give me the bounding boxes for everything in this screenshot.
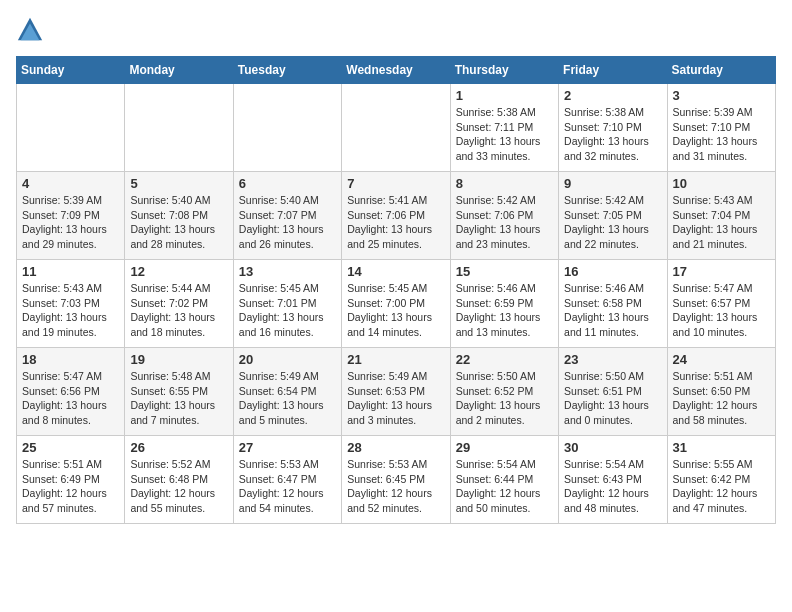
day-number: 26 <box>130 440 227 455</box>
day-info: Sunrise: 5:46 AM Sunset: 6:58 PM Dayligh… <box>564 281 661 340</box>
day-info: Sunrise: 5:51 AM Sunset: 6:50 PM Dayligh… <box>673 369 770 428</box>
calendar-cell: 23Sunrise: 5:50 AM Sunset: 6:51 PM Dayli… <box>559 348 667 436</box>
calendar-cell: 18Sunrise: 5:47 AM Sunset: 6:56 PM Dayli… <box>17 348 125 436</box>
day-number: 16 <box>564 264 661 279</box>
day-number: 14 <box>347 264 444 279</box>
day-header-tuesday: Tuesday <box>233 57 341 84</box>
calendar-table: SundayMondayTuesdayWednesdayThursdayFrid… <box>16 56 776 524</box>
day-number: 15 <box>456 264 553 279</box>
calendar-cell: 24Sunrise: 5:51 AM Sunset: 6:50 PM Dayli… <box>667 348 775 436</box>
page-header <box>16 16 776 44</box>
day-number: 9 <box>564 176 661 191</box>
calendar-cell <box>342 84 450 172</box>
calendar-cell: 31Sunrise: 5:55 AM Sunset: 6:42 PM Dayli… <box>667 436 775 524</box>
day-number: 20 <box>239 352 336 367</box>
day-number: 3 <box>673 88 770 103</box>
calendar-cell: 25Sunrise: 5:51 AM Sunset: 6:49 PM Dayli… <box>17 436 125 524</box>
day-number: 17 <box>673 264 770 279</box>
calendar-cell: 12Sunrise: 5:44 AM Sunset: 7:02 PM Dayli… <box>125 260 233 348</box>
day-info: Sunrise: 5:54 AM Sunset: 6:44 PM Dayligh… <box>456 457 553 516</box>
calendar-cell: 27Sunrise: 5:53 AM Sunset: 6:47 PM Dayli… <box>233 436 341 524</box>
day-header-friday: Friday <box>559 57 667 84</box>
calendar-cell <box>233 84 341 172</box>
calendar-cell: 13Sunrise: 5:45 AM Sunset: 7:01 PM Dayli… <box>233 260 341 348</box>
day-info: Sunrise: 5:54 AM Sunset: 6:43 PM Dayligh… <box>564 457 661 516</box>
day-info: Sunrise: 5:43 AM Sunset: 7:03 PM Dayligh… <box>22 281 119 340</box>
day-info: Sunrise: 5:42 AM Sunset: 7:05 PM Dayligh… <box>564 193 661 252</box>
day-info: Sunrise: 5:50 AM Sunset: 6:51 PM Dayligh… <box>564 369 661 428</box>
calendar-week-row: 18Sunrise: 5:47 AM Sunset: 6:56 PM Dayli… <box>17 348 776 436</box>
day-info: Sunrise: 5:44 AM Sunset: 7:02 PM Dayligh… <box>130 281 227 340</box>
day-number: 22 <box>456 352 553 367</box>
day-number: 29 <box>456 440 553 455</box>
calendar-cell: 14Sunrise: 5:45 AM Sunset: 7:00 PM Dayli… <box>342 260 450 348</box>
day-number: 12 <box>130 264 227 279</box>
calendar-cell: 15Sunrise: 5:46 AM Sunset: 6:59 PM Dayli… <box>450 260 558 348</box>
calendar-cell: 30Sunrise: 5:54 AM Sunset: 6:43 PM Dayli… <box>559 436 667 524</box>
day-number: 31 <box>673 440 770 455</box>
calendar-week-row: 1Sunrise: 5:38 AM Sunset: 7:11 PM Daylig… <box>17 84 776 172</box>
day-number: 28 <box>347 440 444 455</box>
day-info: Sunrise: 5:51 AM Sunset: 6:49 PM Dayligh… <box>22 457 119 516</box>
day-info: Sunrise: 5:42 AM Sunset: 7:06 PM Dayligh… <box>456 193 553 252</box>
day-info: Sunrise: 5:53 AM Sunset: 6:47 PM Dayligh… <box>239 457 336 516</box>
day-info: Sunrise: 5:40 AM Sunset: 7:08 PM Dayligh… <box>130 193 227 252</box>
day-info: Sunrise: 5:45 AM Sunset: 7:00 PM Dayligh… <box>347 281 444 340</box>
day-number: 4 <box>22 176 119 191</box>
calendar-cell: 10Sunrise: 5:43 AM Sunset: 7:04 PM Dayli… <box>667 172 775 260</box>
day-number: 8 <box>456 176 553 191</box>
day-info: Sunrise: 5:39 AM Sunset: 7:09 PM Dayligh… <box>22 193 119 252</box>
logo <box>16 16 48 44</box>
calendar-cell: 2Sunrise: 5:38 AM Sunset: 7:10 PM Daylig… <box>559 84 667 172</box>
calendar-cell: 28Sunrise: 5:53 AM Sunset: 6:45 PM Dayli… <box>342 436 450 524</box>
day-number: 23 <box>564 352 661 367</box>
calendar-cell <box>17 84 125 172</box>
calendar-cell: 21Sunrise: 5:49 AM Sunset: 6:53 PM Dayli… <box>342 348 450 436</box>
day-header-thursday: Thursday <box>450 57 558 84</box>
calendar-cell: 6Sunrise: 5:40 AM Sunset: 7:07 PM Daylig… <box>233 172 341 260</box>
day-header-sunday: Sunday <box>17 57 125 84</box>
day-info: Sunrise: 5:40 AM Sunset: 7:07 PM Dayligh… <box>239 193 336 252</box>
day-info: Sunrise: 5:38 AM Sunset: 7:10 PM Dayligh… <box>564 105 661 164</box>
day-info: Sunrise: 5:50 AM Sunset: 6:52 PM Dayligh… <box>456 369 553 428</box>
day-info: Sunrise: 5:52 AM Sunset: 6:48 PM Dayligh… <box>130 457 227 516</box>
calendar-cell: 7Sunrise: 5:41 AM Sunset: 7:06 PM Daylig… <box>342 172 450 260</box>
calendar-cell: 29Sunrise: 5:54 AM Sunset: 6:44 PM Dayli… <box>450 436 558 524</box>
day-info: Sunrise: 5:46 AM Sunset: 6:59 PM Dayligh… <box>456 281 553 340</box>
day-number: 6 <box>239 176 336 191</box>
calendar-cell: 22Sunrise: 5:50 AM Sunset: 6:52 PM Dayli… <box>450 348 558 436</box>
day-number: 2 <box>564 88 661 103</box>
calendar-cell: 26Sunrise: 5:52 AM Sunset: 6:48 PM Dayli… <box>125 436 233 524</box>
day-info: Sunrise: 5:48 AM Sunset: 6:55 PM Dayligh… <box>130 369 227 428</box>
day-number: 13 <box>239 264 336 279</box>
day-number: 11 <box>22 264 119 279</box>
day-number: 19 <box>130 352 227 367</box>
day-number: 30 <box>564 440 661 455</box>
day-number: 27 <box>239 440 336 455</box>
calendar-header-row: SundayMondayTuesdayWednesdayThursdayFrid… <box>17 57 776 84</box>
day-number: 24 <box>673 352 770 367</box>
calendar-cell: 1Sunrise: 5:38 AM Sunset: 7:11 PM Daylig… <box>450 84 558 172</box>
calendar-cell: 17Sunrise: 5:47 AM Sunset: 6:57 PM Dayli… <box>667 260 775 348</box>
calendar-cell: 19Sunrise: 5:48 AM Sunset: 6:55 PM Dayli… <box>125 348 233 436</box>
calendar-cell: 3Sunrise: 5:39 AM Sunset: 7:10 PM Daylig… <box>667 84 775 172</box>
calendar-cell: 4Sunrise: 5:39 AM Sunset: 7:09 PM Daylig… <box>17 172 125 260</box>
day-number: 1 <box>456 88 553 103</box>
day-info: Sunrise: 5:49 AM Sunset: 6:54 PM Dayligh… <box>239 369 336 428</box>
calendar-week-row: 25Sunrise: 5:51 AM Sunset: 6:49 PM Dayli… <box>17 436 776 524</box>
day-info: Sunrise: 5:53 AM Sunset: 6:45 PM Dayligh… <box>347 457 444 516</box>
day-info: Sunrise: 5:49 AM Sunset: 6:53 PM Dayligh… <box>347 369 444 428</box>
calendar-cell: 5Sunrise: 5:40 AM Sunset: 7:08 PM Daylig… <box>125 172 233 260</box>
logo-icon <box>16 16 44 44</box>
calendar-week-row: 11Sunrise: 5:43 AM Sunset: 7:03 PM Dayli… <box>17 260 776 348</box>
calendar-cell: 9Sunrise: 5:42 AM Sunset: 7:05 PM Daylig… <box>559 172 667 260</box>
day-number: 21 <box>347 352 444 367</box>
calendar-cell: 16Sunrise: 5:46 AM Sunset: 6:58 PM Dayli… <box>559 260 667 348</box>
day-number: 5 <box>130 176 227 191</box>
day-number: 18 <box>22 352 119 367</box>
calendar-cell: 11Sunrise: 5:43 AM Sunset: 7:03 PM Dayli… <box>17 260 125 348</box>
calendar-week-row: 4Sunrise: 5:39 AM Sunset: 7:09 PM Daylig… <box>17 172 776 260</box>
day-info: Sunrise: 5:47 AM Sunset: 6:56 PM Dayligh… <box>22 369 119 428</box>
calendar-cell: 20Sunrise: 5:49 AM Sunset: 6:54 PM Dayli… <box>233 348 341 436</box>
day-info: Sunrise: 5:45 AM Sunset: 7:01 PM Dayligh… <box>239 281 336 340</box>
